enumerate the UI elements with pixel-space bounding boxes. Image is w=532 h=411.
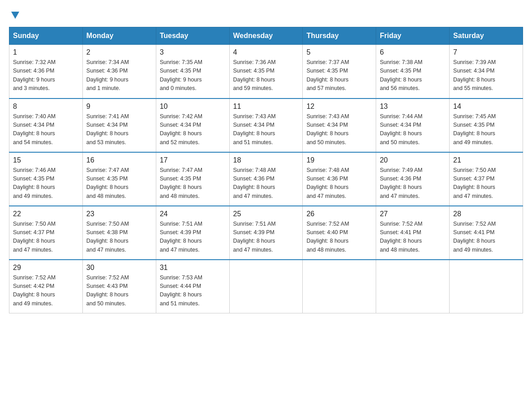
calendar-week-row: 8 Sunrise: 7:40 AMSunset: 4:34 PMDayligh… [9,98,523,152]
day-number: 12 [306,103,372,111]
calendar-cell: 29 Sunrise: 7:52 AMSunset: 4:42 PMDaylig… [9,260,83,313]
day-number: 7 [453,48,519,56]
calendar-cell: 5 Sunrise: 7:37 AMSunset: 4:35 PMDayligh… [303,45,376,98]
day-info: Sunrise: 7:51 AMSunset: 4:39 PMDaylight:… [160,220,226,255]
day-number: 4 [233,48,299,56]
day-info: Sunrise: 7:47 AMSunset: 4:35 PMDaylight:… [86,166,152,201]
calendar-header-saturday: Saturday [450,27,523,45]
day-info: Sunrise: 7:49 AMSunset: 4:36 PMDaylight:… [380,166,446,201]
calendar-header-monday: Monday [82,27,156,45]
day-info: Sunrise: 7:35 AMSunset: 4:35 PMDaylight:… [160,58,226,93]
day-info: Sunrise: 7:46 AMSunset: 4:35 PMDaylight:… [13,166,79,201]
calendar-cell: 4 Sunrise: 7:36 AMSunset: 4:35 PMDayligh… [229,45,303,98]
calendar-cell: 19 Sunrise: 7:48 AMSunset: 4:36 PMDaylig… [303,152,376,206]
calendar-header-sunday: Sunday [9,27,83,45]
calendar-cell: 27 Sunrise: 7:52 AMSunset: 4:41 PMDaylig… [376,206,450,260]
calendar-header-thursday: Thursday [303,27,376,45]
logo [9,9,20,18]
day-number: 14 [453,103,519,111]
calendar-cell: 16 Sunrise: 7:47 AMSunset: 4:35 PMDaylig… [82,152,156,206]
day-number: 31 [160,264,226,272]
day-number: 22 [13,210,79,218]
day-number: 16 [86,156,152,164]
day-info: Sunrise: 7:52 AMSunset: 4:43 PMDaylight:… [86,274,152,308]
calendar-cell: 26 Sunrise: 7:52 AMSunset: 4:40 PMDaylig… [303,206,376,260]
calendar-cell: 30 Sunrise: 7:52 AMSunset: 4:43 PMDaylig… [82,260,156,313]
calendar-cell: 23 Sunrise: 7:50 AMSunset: 4:38 PMDaylig… [82,206,156,260]
calendar-week-row: 1 Sunrise: 7:32 AMSunset: 4:36 PMDayligh… [9,45,523,98]
day-info: Sunrise: 7:36 AMSunset: 4:35 PMDaylight:… [233,58,299,93]
day-info: Sunrise: 7:44 AMSunset: 4:34 PMDaylight:… [380,112,446,147]
day-info: Sunrise: 7:43 AMSunset: 4:34 PMDaylight:… [233,112,299,147]
day-info: Sunrise: 7:52 AMSunset: 4:42 PMDaylight:… [13,274,79,308]
day-info: Sunrise: 7:50 AMSunset: 4:37 PMDaylight:… [13,220,79,255]
day-info: Sunrise: 7:34 AMSunset: 4:36 PMDaylight:… [86,58,152,93]
calendar-week-row: 15 Sunrise: 7:46 AMSunset: 4:35 PMDaylig… [9,152,523,206]
calendar-cell: 18 Sunrise: 7:48 AMSunset: 4:36 PMDaylig… [229,152,303,206]
calendar-cell: 11 Sunrise: 7:43 AMSunset: 4:34 PMDaylig… [229,98,303,152]
day-number: 30 [86,264,152,272]
day-info: Sunrise: 7:48 AMSunset: 4:36 PMDaylight:… [306,166,372,201]
calendar-cell: 7 Sunrise: 7:39 AMSunset: 4:34 PMDayligh… [450,45,523,98]
calendar-week-row: 22 Sunrise: 7:50 AMSunset: 4:37 PMDaylig… [9,206,523,260]
calendar-header-row: SundayMondayTuesdayWednesdayThursdayFrid… [9,27,523,45]
logo-triangle-icon [10,10,20,20]
calendar-cell: 15 Sunrise: 7:46 AMSunset: 4:35 PMDaylig… [9,152,83,206]
calendar-cell: 8 Sunrise: 7:40 AMSunset: 4:34 PMDayligh… [9,98,83,152]
calendar-cell: 2 Sunrise: 7:34 AMSunset: 4:36 PMDayligh… [82,45,156,98]
day-info: Sunrise: 7:38 AMSunset: 4:35 PMDaylight:… [380,58,446,93]
day-number: 18 [233,156,299,164]
calendar-cell [450,260,523,313]
day-info: Sunrise: 7:40 AMSunset: 4:34 PMDaylight:… [13,112,79,147]
day-info: Sunrise: 7:45 AMSunset: 4:35 PMDaylight:… [453,112,519,147]
day-info: Sunrise: 7:39 AMSunset: 4:34 PMDaylight:… [453,58,519,93]
calendar-header-tuesday: Tuesday [156,27,229,45]
calendar-cell: 22 Sunrise: 7:50 AMSunset: 4:37 PMDaylig… [9,206,83,260]
calendar-cell: 10 Sunrise: 7:42 AMSunset: 4:34 PMDaylig… [156,98,229,152]
day-number: 28 [453,210,519,218]
day-number: 8 [13,103,79,111]
calendar-cell: 25 Sunrise: 7:51 AMSunset: 4:39 PMDaylig… [229,206,303,260]
calendar-cell [303,260,376,313]
day-number: 29 [13,264,79,272]
calendar-cell [376,260,450,313]
calendar-cell: 13 Sunrise: 7:44 AMSunset: 4:34 PMDaylig… [376,98,450,152]
calendar-cell: 24 Sunrise: 7:51 AMSunset: 4:39 PMDaylig… [156,206,229,260]
day-number: 27 [380,210,446,218]
day-number: 21 [453,156,519,164]
day-number: 9 [86,103,152,111]
calendar-cell: 17 Sunrise: 7:47 AMSunset: 4:35 PMDaylig… [156,152,229,206]
day-info: Sunrise: 7:42 AMSunset: 4:34 PMDaylight:… [160,112,226,147]
day-info: Sunrise: 7:50 AMSunset: 4:37 PMDaylight:… [453,166,519,201]
calendar-table: SundayMondayTuesdayWednesdayThursdayFrid… [9,27,523,313]
calendar-cell: 31 Sunrise: 7:53 AMSunset: 4:44 PMDaylig… [156,260,229,313]
day-number: 10 [160,103,226,111]
day-number: 17 [160,156,226,164]
calendar-cell: 12 Sunrise: 7:43 AMSunset: 4:34 PMDaylig… [303,98,376,152]
calendar-cell: 20 Sunrise: 7:49 AMSunset: 4:36 PMDaylig… [376,152,450,206]
calendar-cell: 6 Sunrise: 7:38 AMSunset: 4:35 PMDayligh… [376,45,450,98]
day-info: Sunrise: 7:32 AMSunset: 4:36 PMDaylight:… [13,58,79,93]
day-number: 13 [380,103,446,111]
day-info: Sunrise: 7:43 AMSunset: 4:34 PMDaylight:… [306,112,372,147]
page-header [9,9,523,18]
day-number: 6 [380,48,446,56]
calendar-header-friday: Friday [376,27,450,45]
day-number: 24 [160,210,226,218]
calendar-cell: 21 Sunrise: 7:50 AMSunset: 4:37 PMDaylig… [450,152,523,206]
day-info: Sunrise: 7:51 AMSunset: 4:39 PMDaylight:… [233,220,299,255]
calendar-cell: 28 Sunrise: 7:52 AMSunset: 4:41 PMDaylig… [450,206,523,260]
day-number: 20 [380,156,446,164]
calendar-cell: 1 Sunrise: 7:32 AMSunset: 4:36 PMDayligh… [9,45,83,98]
calendar-week-row: 29 Sunrise: 7:52 AMSunset: 4:42 PMDaylig… [9,260,523,313]
day-number: 2 [86,48,152,56]
day-number: 25 [233,210,299,218]
day-info: Sunrise: 7:47 AMSunset: 4:35 PMDaylight:… [160,166,226,201]
svg-marker-0 [11,12,19,19]
calendar-cell: 3 Sunrise: 7:35 AMSunset: 4:35 PMDayligh… [156,45,229,98]
day-number: 19 [306,156,372,164]
day-info: Sunrise: 7:37 AMSunset: 4:35 PMDaylight:… [306,58,372,93]
day-number: 5 [306,48,372,56]
day-number: 11 [233,103,299,111]
calendar-header-wednesday: Wednesday [229,27,303,45]
